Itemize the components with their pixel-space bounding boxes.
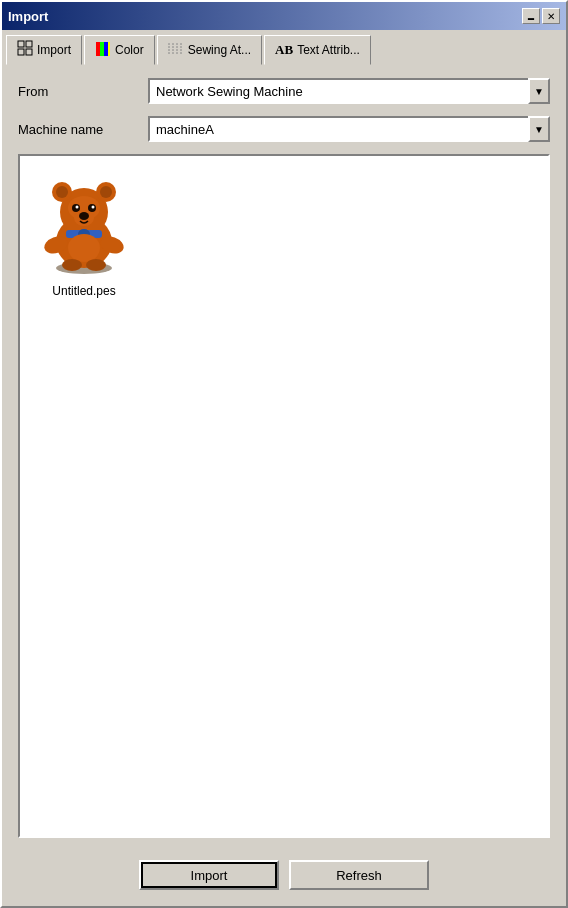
- tab-sewing[interactable]: Sewing At...: [157, 35, 262, 65]
- tab-import[interactable]: Import: [6, 35, 82, 65]
- text-tab-icon: AB: [275, 42, 293, 58]
- svg-point-23: [92, 206, 95, 209]
- svg-rect-1: [26, 41, 32, 47]
- machine-name-select-wrapper: machineA ▼: [148, 116, 550, 142]
- tab-import-label: Import: [37, 43, 71, 57]
- sewing-tab-icon: [168, 41, 184, 60]
- svg-rect-2: [18, 49, 24, 55]
- svg-rect-4: [96, 42, 100, 56]
- machine-name-label: Machine name: [18, 122, 138, 137]
- import-tab-icon: [17, 40, 33, 59]
- svg-rect-3: [26, 49, 32, 55]
- from-label: From: [18, 84, 138, 99]
- machine-name-select[interactable]: machineA: [148, 116, 550, 142]
- tab-color-label: Color: [115, 43, 144, 57]
- svg-point-32: [86, 259, 106, 271]
- svg-rect-6: [104, 42, 108, 56]
- content-area: From Network Sewing Machine ▼ Machine na…: [2, 64, 566, 852]
- pin-button[interactable]: 🗕: [522, 8, 540, 24]
- file-item[interactable]: Untitled.pes: [30, 166, 138, 302]
- button-row: Import Refresh: [2, 852, 566, 906]
- refresh-button[interactable]: Refresh: [289, 860, 429, 890]
- bear-thumbnail: [34, 170, 134, 280]
- machine-name-row: Machine name machineA ▼: [18, 116, 550, 142]
- close-button[interactable]: ✕: [542, 8, 560, 24]
- tab-text[interactable]: AB Text Attrib...: [264, 35, 371, 65]
- svg-rect-7: [108, 42, 110, 56]
- svg-rect-0: [18, 41, 24, 47]
- import-button[interactable]: Import: [139, 860, 279, 890]
- import-window: Import 🗕 ✕ Import: [0, 0, 568, 908]
- svg-point-31: [62, 259, 82, 271]
- from-select-wrapper: Network Sewing Machine ▼: [148, 78, 550, 104]
- svg-rect-5: [100, 42, 104, 56]
- svg-point-25: [79, 212, 89, 220]
- svg-point-18: [100, 186, 112, 198]
- file-name: Untitled.pes: [52, 284, 115, 298]
- from-row: From Network Sewing Machine ▼: [18, 78, 550, 104]
- file-area: Untitled.pes: [18, 154, 550, 838]
- tab-color[interactable]: Color: [84, 35, 155, 65]
- title-bar: Import 🗕 ✕: [2, 2, 566, 30]
- tab-text-label: Text Attrib...: [297, 43, 360, 57]
- tab-bar: Import Color: [2, 30, 566, 64]
- tab-sewing-label: Sewing At...: [188, 43, 251, 57]
- svg-point-22: [76, 206, 79, 209]
- title-bar-buttons: 🗕 ✕: [522, 8, 560, 24]
- color-tab-icon: [95, 41, 111, 60]
- svg-point-16: [56, 186, 68, 198]
- svg-point-30: [68, 234, 100, 262]
- from-select[interactable]: Network Sewing Machine: [148, 78, 550, 104]
- window-title: Import: [8, 9, 48, 24]
